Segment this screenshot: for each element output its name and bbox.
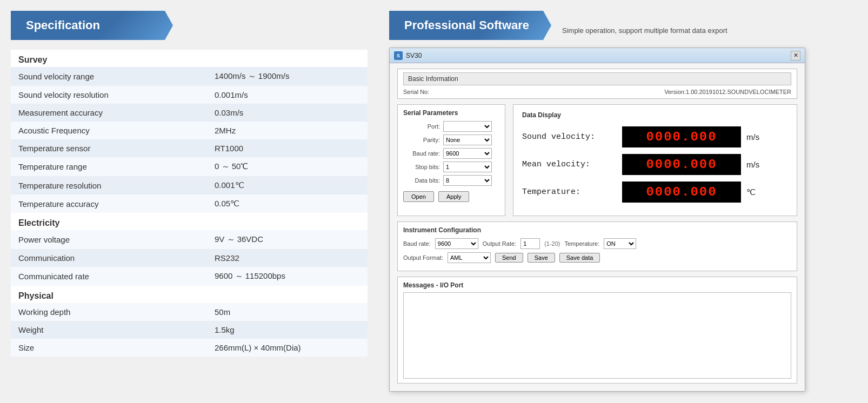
ic-output-rate-range: (1-20) bbox=[544, 240, 560, 247]
right-panel: Professional Software Simple operation, … bbox=[389, 11, 857, 392]
send-button[interactable]: Send bbox=[495, 253, 523, 263]
table-row: Weight1.5kg bbox=[11, 321, 368, 339]
baud-label: Baud rate: bbox=[403, 150, 440, 157]
temperature-label: Temperature: bbox=[522, 187, 622, 197]
specification-header: Specification bbox=[11, 11, 173, 40]
basic-info-row: Serial No: Version:1.00.20191012.SOUNDVE… bbox=[403, 89, 791, 95]
ic-row-2: Output Format: AML Send Save Save data bbox=[403, 252, 791, 263]
table-row: Temperature resolution0.001℃ bbox=[11, 176, 368, 194]
temperature-value: 0000.000 bbox=[622, 182, 741, 203]
instrument-config-title: Instrument Configuration bbox=[403, 226, 791, 234]
sw-body: Basic Information Serial No: Version:1.0… bbox=[390, 63, 805, 391]
app-icon: S bbox=[394, 51, 403, 60]
category-electricity: Electricity bbox=[11, 213, 368, 230]
close-button[interactable]: ✕ bbox=[791, 51, 800, 61]
save-data-button[interactable]: Save data bbox=[559, 253, 600, 263]
table-row: Acoustic Frequency2MHz bbox=[11, 122, 368, 139]
stop-label: Stop bits: bbox=[403, 164, 440, 170]
software-window: S SV30 ✕ Basic Information Serial No: Ve… bbox=[389, 48, 805, 392]
port-row: Port: bbox=[403, 121, 499, 132]
messages-title: Messages - I/O Port bbox=[403, 281, 791, 289]
table-row: Size266mm(L) × 40mm(Dia) bbox=[11, 339, 368, 357]
stop-select[interactable]: 1 bbox=[443, 162, 492, 172]
ic-output-rate-label: Output Rate: bbox=[483, 240, 516, 247]
table-row: Temperature sensorRT1000 bbox=[11, 139, 368, 157]
port-select[interactable] bbox=[443, 121, 492, 132]
parity-row: Parity: None bbox=[403, 135, 499, 145]
left-panel: Specification Survey Sound velocity rang… bbox=[11, 11, 368, 392]
software-header: Professional Software bbox=[389, 11, 551, 40]
ic-temperature-label: Temperature: bbox=[564, 240, 599, 247]
mean-velocity-label: Mean velocity: bbox=[522, 160, 622, 169]
instrument-config-section: Instrument Configuration Baud rate: 9600… bbox=[397, 221, 797, 271]
temperature-unit: ℃ bbox=[746, 187, 756, 197]
stop-row: Stop bits: 1 bbox=[403, 162, 499, 172]
ic-row-1: Baud rate: 9600 Output Rate: (1-20) Temp… bbox=[403, 238, 791, 249]
data-display-title: Data Display bbox=[522, 111, 788, 119]
data-bits-label: Data bits: bbox=[403, 177, 440, 184]
ic-baud-label: Baud rate: bbox=[403, 240, 431, 247]
right-header: Professional Software Simple operation, … bbox=[389, 11, 857, 40]
port-label: Port: bbox=[403, 123, 440, 130]
sp-buttons: Open Apply bbox=[403, 191, 499, 202]
serial-params-panel: Serial Parameters Port: Parity: None Bau… bbox=[397, 104, 505, 216]
ic-output-rate-input[interactable] bbox=[520, 238, 540, 249]
sound-velocity-unit: m/s bbox=[746, 132, 759, 142]
ic-baud-select[interactable]: 9600 bbox=[435, 238, 478, 249]
spec-table: Survey Sound velocity range1400m/s ～ 190… bbox=[11, 50, 368, 357]
table-row: Sound velocity resolution0.001m/s bbox=[11, 86, 368, 104]
apply-button[interactable]: Apply bbox=[438, 191, 470, 202]
category-physical: Physical bbox=[11, 286, 368, 303]
mean-velocity-value: 0000.000 bbox=[622, 154, 741, 175]
messages-box[interactable] bbox=[403, 292, 791, 379]
category-label: Physical bbox=[11, 286, 368, 303]
sound-velocity-label: Sound velocity: bbox=[522, 132, 622, 142]
basic-info-section: Basic Information Serial No: Version:1.0… bbox=[397, 69, 797, 99]
serial-params-title: Serial Parameters bbox=[403, 109, 499, 117]
category-label: Electricity bbox=[11, 213, 368, 230]
version-label: Version:1.00.20191012.SOUNDVELOCIMETER bbox=[664, 89, 791, 95]
sound-velocity-row: Sound velocity: 0000.000 m/s bbox=[522, 126, 788, 147]
messages-section: Messages - I/O Port bbox=[397, 277, 797, 384]
mean-velocity-row: Mean velocity: 0000.000 m/s bbox=[522, 154, 788, 175]
table-row: Power voltage9V ～ 36VDC bbox=[11, 230, 368, 249]
ic-output-format-label: Output Format: bbox=[403, 254, 443, 261]
table-row: Temperature range0 ～ 50℃ bbox=[11, 157, 368, 176]
data-display-panel: Data Display Sound velocity: 0000.000 m/… bbox=[513, 104, 797, 216]
save-button[interactable]: Save bbox=[528, 253, 555, 263]
titlebar: S SV30 ✕ bbox=[390, 48, 805, 63]
ic-output-format-select[interactable]: AML bbox=[448, 252, 491, 263]
basic-info-label: Basic Information bbox=[403, 72, 791, 85]
mean-velocity-unit: m/s bbox=[746, 160, 759, 169]
table-row: Measurement accuracy0.03m/s bbox=[11, 104, 368, 122]
data-bits-row: Data bits: 8 bbox=[403, 175, 499, 186]
subtitle: Simple operation, support multiple forma… bbox=[562, 26, 727, 40]
baud-row: Baud rate: 9600 bbox=[403, 148, 499, 159]
sound-velocity-value: 0000.000 bbox=[622, 126, 741, 147]
main-row: Serial Parameters Port: Parity: None Bau… bbox=[397, 104, 797, 216]
open-button[interactable]: Open bbox=[403, 191, 434, 202]
data-bits-select[interactable]: 8 bbox=[443, 175, 492, 186]
table-row: Communicated rate9600 ～ 115200bps bbox=[11, 267, 368, 286]
category-label: Survey bbox=[11, 50, 368, 67]
parity-select[interactable]: None bbox=[443, 135, 492, 145]
table-row: Working depth50m bbox=[11, 303, 368, 321]
serial-label: Serial No: bbox=[403, 89, 429, 95]
window-title: SV30 bbox=[406, 52, 791, 59]
category-survey: Survey bbox=[11, 50, 368, 67]
table-row: Sound velocity range1400m/s ～ 1900m/s bbox=[11, 67, 368, 86]
temperature-row: Temperature: 0000.000 ℃ bbox=[522, 182, 788, 203]
table-row: Temperature accuracy0.05℃ bbox=[11, 194, 368, 213]
parity-label: Parity: bbox=[403, 137, 440, 143]
baud-select[interactable]: 9600 bbox=[443, 148, 492, 159]
ic-temperature-select[interactable]: ON bbox=[604, 238, 636, 249]
table-row: CommunicationRS232 bbox=[11, 249, 368, 267]
